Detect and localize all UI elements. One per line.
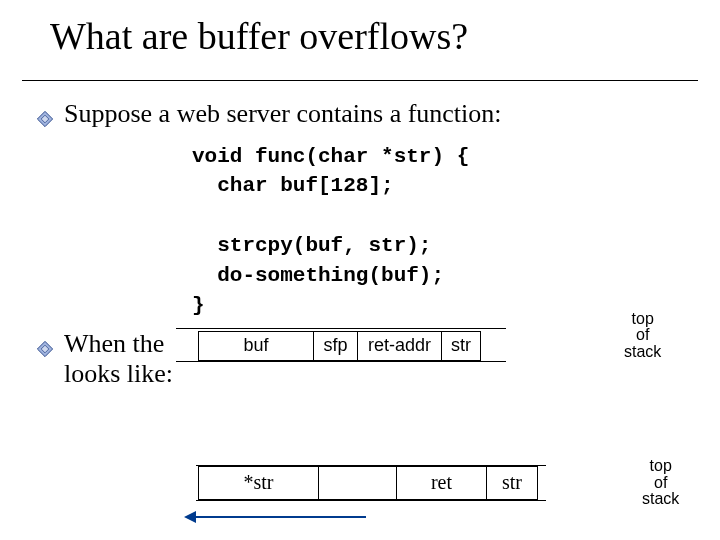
slide-title: What are buffer overflows? bbox=[22, 8, 698, 80]
cell-retaddr: ret-addr bbox=[358, 331, 442, 361]
overlay-stack-1: When the function invoked the stack look… bbox=[36, 329, 698, 390]
bullet-1: Suppose a web server contains a function… bbox=[36, 99, 698, 136]
stack2-bottom-rule bbox=[196, 500, 546, 501]
cell-str: str bbox=[442, 331, 481, 361]
top-of-stack-label-2: top of stack bbox=[642, 458, 679, 508]
overlay-stack-2: *str ret str top of stack bbox=[36, 454, 698, 534]
title-underline bbox=[22, 80, 698, 81]
cell-buf: buf bbox=[198, 331, 314, 361]
slide: What are buffer overflows? Suppose a web… bbox=[0, 0, 720, 540]
cell-gap bbox=[318, 466, 396, 500]
bullet-2-line2: looks like: bbox=[64, 359, 173, 388]
stack1-row: buf sfp ret-addr str bbox=[198, 331, 481, 361]
diamond-icon bbox=[36, 105, 54, 136]
bullet-2-prefix: When the bbox=[64, 329, 171, 358]
cell-pstr: *str bbox=[198, 466, 318, 500]
code-block: void func(char *str) { char buf[128]; st… bbox=[36, 142, 698, 321]
stack-diagram-2: *str ret str bbox=[198, 466, 538, 500]
cell-str2: str bbox=[486, 466, 538, 500]
stack-diagram-1: buf sfp ret-addr str bbox=[198, 331, 481, 361]
cell-sfp: sfp bbox=[314, 331, 358, 361]
cell-ret: ret bbox=[396, 466, 486, 500]
bullet-1-text: Suppose a web server contains a function… bbox=[64, 99, 698, 130]
diamond-icon bbox=[36, 335, 54, 366]
stack2-row: *str ret str bbox=[198, 466, 538, 500]
bullet-list: Suppose a web server contains a function… bbox=[22, 99, 698, 534]
